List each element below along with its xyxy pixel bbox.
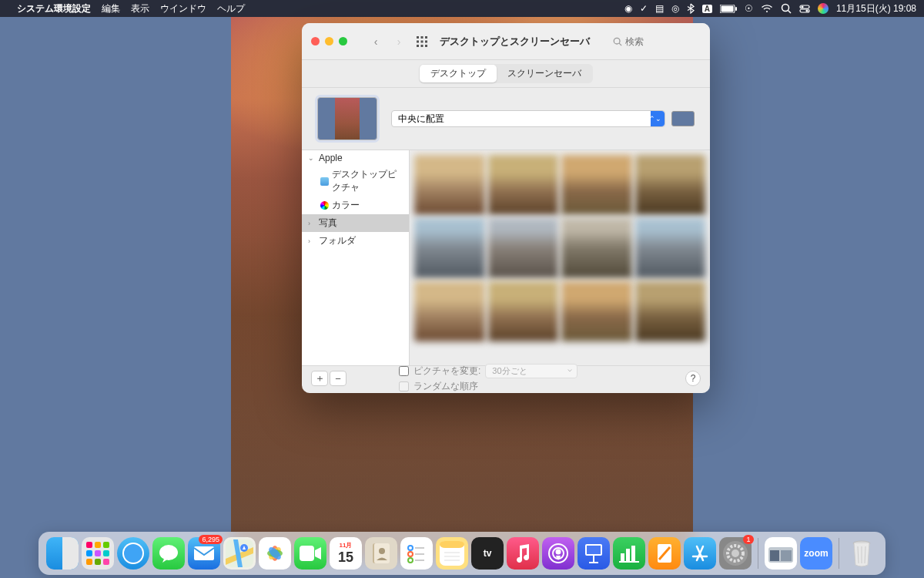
tab-segmented-control: デスクトップ スクリーンセーバ: [419, 64, 593, 83]
dock-system-preferences[interactable]: 1: [719, 537, 752, 570]
spotlight-icon[interactable]: [781, 3, 792, 14]
dock-mail[interactable]: 6,295: [188, 537, 220, 570]
status-icon[interactable]: ☉: [745, 3, 753, 14]
svg-rect-15: [417, 45, 419, 47]
remove-folder-button[interactable]: −: [330, 371, 346, 386]
svg-point-64: [732, 549, 739, 557]
wallpaper-thumb[interactable]: [561, 281, 632, 341]
change-picture-row: ピクチャを変更: 30分ごと: [399, 364, 578, 378]
svg-rect-2: [735, 7, 737, 11]
wallpaper-thumb[interactable]: [561, 155, 632, 215]
interval-select[interactable]: 30分ごと: [485, 364, 578, 378]
wallpaper-thumb[interactable]: [414, 218, 485, 278]
svg-rect-13: [421, 40, 424, 42]
wallpaper-thumb[interactable]: [635, 218, 706, 278]
dock-numbers[interactable]: [613, 537, 645, 570]
svg-rect-10: [421, 36, 424, 39]
back-button[interactable]: ‹: [367, 33, 384, 50]
help-button[interactable]: ?: [685, 371, 701, 386]
status-icon[interactable]: ◉: [624, 3, 632, 14]
dock-messages[interactable]: [152, 537, 185, 570]
change-picture-checkbox[interactable]: [399, 366, 409, 376]
colors-icon: [320, 201, 329, 210]
tab-desktop[interactable]: デスクトップ: [420, 65, 497, 82]
fill-color-swatch[interactable]: [671, 111, 695, 126]
menu-window[interactable]: ウインドウ: [160, 2, 206, 15]
menu-edit[interactable]: 編集: [102, 2, 120, 15]
wallpaper-thumb[interactable]: [561, 218, 632, 278]
fit-mode-select[interactable]: 中央に配置 ⌃⌄: [391, 110, 665, 127]
zoom-button[interactable]: [339, 37, 347, 45]
tab-screensaver[interactable]: スクリーンセーバ: [497, 65, 592, 82]
dock-maps[interactable]: [223, 537, 256, 570]
show-all-button[interactable]: [413, 33, 430, 50]
dock-reminders[interactable]: [400, 537, 433, 570]
system-preferences-window: ‹ › デスクトップとスクリーンセーバ デスクトップ スクリーンセーバ 中央に配…: [302, 23, 710, 393]
app-name[interactable]: システム環境設定: [17, 2, 91, 15]
dock-photos[interactable]: [259, 537, 291, 570]
add-remove-buttons: ＋ −: [311, 371, 346, 386]
wallpaper-thumb[interactable]: [488, 218, 559, 278]
sidebar-item-photos[interactable]: › 写真: [302, 214, 409, 232]
wallpaper-thumb[interactable]: [488, 155, 559, 215]
dock-music[interactable]: [507, 537, 539, 570]
dock-tv[interactable]: tv: [471, 537, 504, 570]
svg-rect-56: [589, 562, 598, 563]
dock-folder[interactable]: [765, 537, 797, 570]
svg-point-18: [614, 38, 620, 44]
clipboard-icon[interactable]: ▤: [655, 3, 664, 14]
dock-calendar[interactable]: 11月 15: [330, 537, 362, 570]
dock-notes[interactable]: [436, 537, 468, 570]
add-folder-button[interactable]: ＋: [311, 371, 328, 386]
wallpaper-thumb[interactable]: [414, 281, 485, 341]
preview-row: 中央に配置 ⌃⌄: [302, 88, 710, 150]
svg-rect-9: [417, 36, 419, 39]
search-field[interactable]: [608, 35, 701, 49]
dock-pages[interactable]: [648, 537, 681, 570]
minimize-button[interactable]: [325, 37, 333, 45]
dock-contacts[interactable]: [365, 537, 397, 570]
wallpaper-thumb[interactable]: [488, 281, 559, 341]
dock-keynote[interactable]: [578, 537, 610, 570]
wallpaper-thumb[interactable]: [414, 155, 485, 215]
sidebar-item-desktop-pictures[interactable]: デスクトップピクチャ: [302, 166, 409, 197]
dock-facetime[interactable]: [294, 537, 326, 570]
svg-rect-59: [631, 546, 635, 561]
svg-point-21: [124, 544, 142, 563]
forward-button[interactable]: ›: [390, 33, 407, 50]
wallpaper-thumb[interactable]: [635, 281, 706, 341]
svg-rect-12: [417, 40, 419, 42]
sidebar-item-apple[interactable]: ⌄ Apple: [302, 150, 409, 166]
input-source-icon[interactable]: A: [702, 5, 712, 13]
sidebar-item-colors[interactable]: カラー: [302, 197, 409, 214]
search-input[interactable]: [625, 36, 695, 47]
bluetooth-icon[interactable]: [687, 3, 695, 14]
menu-help[interactable]: ヘルプ: [217, 2, 245, 15]
dock-podcasts[interactable]: [542, 537, 574, 570]
wifi-icon[interactable]: [761, 4, 773, 13]
random-order-label: ランダムな順序: [413, 380, 478, 393]
close-button[interactable]: [311, 37, 320, 45]
menubar-datetime[interactable]: 11月15日(火) 19:08: [836, 2, 916, 15]
chevron-updown-icon: ⌃⌄: [649, 115, 661, 123]
control-center-icon[interactable]: [799, 5, 810, 13]
svg-point-52: [557, 550, 561, 554]
dock-zoom[interactable]: zoom: [800, 537, 832, 570]
airplay-icon[interactable]: ◎: [671, 3, 679, 14]
dock-finder[interactable]: [46, 537, 79, 570]
dock-safari[interactable]: [117, 537, 149, 570]
disclosure-down-icon: ⌄: [308, 154, 316, 162]
battery-icon[interactable]: [720, 5, 737, 13]
sidebar-item-folders[interactable]: › フォルダ: [302, 232, 409, 250]
svg-line-19: [619, 43, 621, 45]
wallpaper-thumb[interactable]: [635, 155, 706, 215]
menu-view[interactable]: 表示: [131, 2, 149, 15]
dock-launchpad[interactable]: [82, 537, 114, 570]
dock-appstore[interactable]: [684, 537, 716, 570]
status-icon[interactable]: ✓: [640, 3, 648, 14]
dock: 6,295 11月 15 tv: [38, 532, 886, 575]
dock-trash[interactable]: [845, 537, 878, 570]
siri-icon[interactable]: [818, 3, 829, 14]
search-icon: [613, 37, 622, 46]
svg-rect-57: [621, 553, 624, 561]
